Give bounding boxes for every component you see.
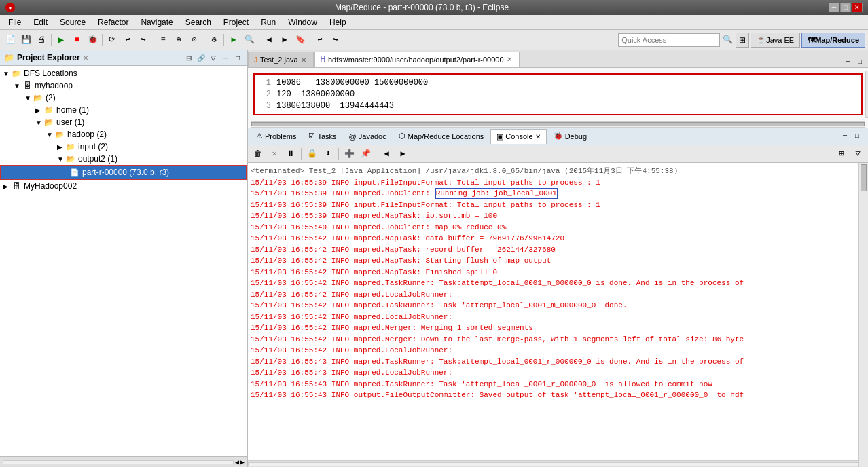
undo-button[interactable]: ↩ xyxy=(312,33,327,48)
quick-access-input[interactable] xyxy=(618,33,720,47)
console-vscrollbar[interactable] xyxy=(858,163,868,467)
tab-console[interactable]: ▣ Console ✕ xyxy=(490,129,546,144)
toolbar-btn9[interactable]: ◀ xyxy=(261,33,276,48)
console-maximize-button[interactable]: □ xyxy=(852,132,863,140)
tab-javadoc[interactable]: @ Javadoc xyxy=(344,129,392,144)
editor-line-1: 1 10086 13800000000 15000000000 xyxy=(257,77,858,89)
menu-window[interactable]: Window xyxy=(283,16,323,29)
tab-problems[interactable]: ⚠ Problems xyxy=(251,129,302,144)
editor-vscrollbar[interactable] xyxy=(865,71,868,118)
tree-item-part-file[interactable]: 📄 part-r-00000 (73.0 b, r3) xyxy=(0,165,247,180)
tree-item-myhadoop[interactable]: ▼ 🗄 myhadoop xyxy=(0,79,247,92)
new-button[interactable]: 📄 xyxy=(3,33,18,48)
tree-item-myhadoop002[interactable]: ▶ 🗄 MyHadoop002 xyxy=(0,180,247,192)
editor-tab-hdfs[interactable]: H hdfs://master:9000/user/hadoop/output2… xyxy=(314,52,520,67)
console-toolbar: 🗑 ✕ ⏸ 🔒 ⬇ ➕ 📌 ◀ ▶ ⊞ ▽ xyxy=(248,145,868,163)
toolbar-btn2[interactable]: ↩ xyxy=(120,33,135,48)
editor-hscrollbar[interactable] xyxy=(251,121,865,128)
toolbar-btn4[interactable]: ≡ xyxy=(156,33,170,48)
mapreduce-perspective-button[interactable]: 🗺 Map/Reduce xyxy=(801,33,865,48)
console-line-14: 15/11/03 16:55:42 INFO mapred.Merger: Do… xyxy=(251,334,856,345)
tree-item-hadoop[interactable]: ▼ 📂 hadoop (2) xyxy=(0,128,247,141)
toolbar-btn1[interactable]: ⟳ xyxy=(105,33,120,48)
java-ee-icon: ☕ xyxy=(757,35,766,44)
debug-button[interactable]: 🐞 xyxy=(85,33,100,48)
editor-minimize-button[interactable]: ─ xyxy=(842,56,853,67)
menu-search[interactable]: Search xyxy=(180,16,217,29)
toolbar-btn5[interactable]: ⊕ xyxy=(171,33,186,48)
console-stop-button[interactable]: ✕ xyxy=(267,147,282,162)
minimize-button[interactable]: ─ xyxy=(829,3,839,12)
editor-maximize-button[interactable]: □ xyxy=(854,56,865,67)
toolbar-btn8[interactable]: 🔍 xyxy=(242,33,257,48)
menu-help[interactable]: Help xyxy=(324,16,352,29)
toolbar-btn11[interactable]: 🔖 xyxy=(293,33,308,48)
console-pause-button[interactable]: ⏸ xyxy=(283,147,298,162)
toolbar-btn7[interactable]: ⚙ xyxy=(206,33,221,48)
editor-area: 1 10086 13800000000 15000000000 2 120 13… xyxy=(253,73,863,115)
console-line-19: 15/11/03 16:55:43 INFO output.FileOutput… xyxy=(251,390,856,401)
tree-item-home[interactable]: ▶ 📁 home (1) xyxy=(0,104,247,116)
maximize-button[interactable]: □ xyxy=(840,3,851,12)
save-button[interactable]: 💾 xyxy=(18,33,33,48)
tree-item-output2[interactable]: ▼ 📂 output2 (1) xyxy=(0,153,247,165)
editor-tab-test2[interactable]: J Test_2.java ✕ xyxy=(248,52,314,67)
stop-button[interactable]: ■ xyxy=(69,33,84,48)
run-green-button[interactable]: ▶ xyxy=(226,33,241,48)
console-scroll-lock-button[interactable]: 🔒 xyxy=(304,147,319,162)
tree-item-user[interactable]: ▼ 📂 user (1) xyxy=(0,116,247,128)
close-tab-hdfs[interactable]: ✕ xyxy=(507,56,512,63)
link-editor-button[interactable]: 🔗 xyxy=(196,52,206,63)
minimize-panel-button[interactable]: ─ xyxy=(220,52,231,63)
menu-file[interactable]: File xyxy=(3,16,26,29)
menu-edit[interactable]: Edit xyxy=(28,16,53,29)
menu-run[interactable]: Run xyxy=(255,16,281,29)
toolbar-btn10[interactable]: ▶ xyxy=(277,33,292,48)
menu-source[interactable]: Source xyxy=(54,16,91,29)
console-new-button[interactable]: ➕ xyxy=(342,147,357,162)
run-button[interactable]: ▶ xyxy=(54,33,69,48)
console-nav-next[interactable]: ▶ xyxy=(395,147,410,162)
tab-tasks[interactable]: ☑ Tasks xyxy=(303,129,342,144)
console-scroll-end-button[interactable]: ⬇ xyxy=(321,147,336,162)
console-line-16: 15/11/03 16:55:43 INFO mapred.TaskRunner… xyxy=(251,356,856,368)
menu-project[interactable]: Project xyxy=(218,16,254,29)
print-button[interactable]: 🖨 xyxy=(34,33,49,48)
close-tab-test2[interactable]: ✕ xyxy=(301,56,306,64)
maximize-panel-button[interactable]: □ xyxy=(232,52,243,63)
console-nav-prev[interactable]: ◀ xyxy=(379,147,394,162)
console-clear-button[interactable]: 🗑 xyxy=(251,147,266,162)
console-pin-button[interactable]: 📌 xyxy=(358,147,373,162)
project-explorer-title: Project Explorer xyxy=(17,53,80,62)
menu-refactor[interactable]: Refactor xyxy=(92,16,134,29)
redo-button[interactable]: ↪ xyxy=(328,33,343,48)
toolbar-btn3[interactable]: ↪ xyxy=(136,33,151,48)
console-layout-button[interactable]: ⊞ xyxy=(834,147,849,162)
java-ee-perspective-button[interactable]: ☕ Java EE xyxy=(751,33,800,48)
tree-item-root2[interactable]: ▼ 📂 (2) xyxy=(0,92,247,104)
perspective-settings-button[interactable]: ⊞ xyxy=(736,33,749,48)
editor-tabs: J Test_2.java ✕ H hdfs://master:9000/use… xyxy=(248,50,868,68)
console-hscrollbar[interactable] xyxy=(248,460,858,467)
console-line-10: 15/11/03 16:55:42 INFO mapred.LocalJobRu… xyxy=(251,289,856,301)
tab-debug[interactable]: 🐞 Debug xyxy=(548,129,592,144)
console-line-0: 15/11/03 16:55:39 INFO input.FileInputFo… xyxy=(251,177,856,189)
title-bar: ● Map/Reduce - part-r-00000 (73.0 b, r3)… xyxy=(0,0,868,15)
close-button[interactable]: ✕ xyxy=(852,3,863,12)
highlight-running-job: Running job: job_local_0001 xyxy=(435,188,558,199)
view-menu-button[interactable]: ▽ xyxy=(208,52,219,63)
menu-navigate[interactable]: Navigate xyxy=(135,16,178,29)
tree-item-input[interactable]: ▶ 📁 input (2) xyxy=(0,141,247,153)
project-tree: ▼ 📁 DFS Locations ▼ 🗄 myhadoop ▼ 📂 (2) xyxy=(0,66,247,456)
close-console-tab[interactable]: ✕ xyxy=(535,133,541,141)
console-icon: ▣ xyxy=(496,132,503,141)
console-minimize-button[interactable]: ─ xyxy=(839,132,850,140)
tree-item-dfs[interactable]: ▼ 📁 DFS Locations xyxy=(0,67,247,79)
console-line-11: 15/11/03 16:55:42 INFO mapred.TaskRunner… xyxy=(251,300,856,312)
tab-mapreduce-locations[interactable]: ⬡ Map/Reduce Locations xyxy=(393,129,490,144)
project-explorer-icon: 📁 xyxy=(4,53,14,62)
window-controls[interactable]: ─ □ ✕ xyxy=(829,3,863,12)
collapse-all-button[interactable]: ⊟ xyxy=(183,52,194,63)
toolbar-btn6[interactable]: ⊙ xyxy=(187,33,202,48)
console-dropdown-button[interactable]: ▽ xyxy=(850,147,865,162)
